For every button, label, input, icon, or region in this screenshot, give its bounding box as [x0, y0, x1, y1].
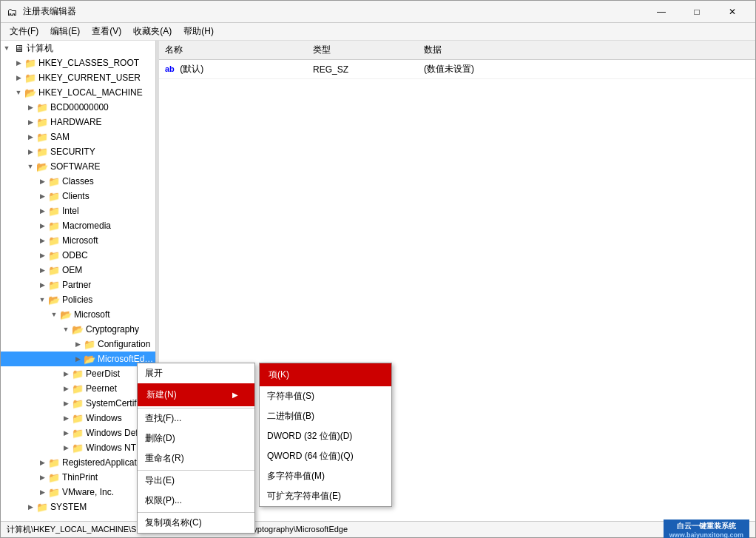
tree-item-windows[interactable]: ▶ 📁 Windows: [1, 411, 155, 426]
col-name[interactable]: 名称: [159, 41, 307, 60]
row-type: REG_SZ: [307, 60, 418, 79]
table-row[interactable]: ab (默认) REG_SZ (数值未设置): [159, 60, 755, 79]
submenu-key-label: 项(K): [269, 369, 289, 381]
tree-item-hardware[interactable]: ▶ 📁 HARDWARE: [1, 115, 155, 130]
tree-item-thinprint[interactable]: ▶ 📁 ThinPrint: [1, 470, 155, 485]
thinprint-label: ThinPrint: [62, 472, 98, 482]
menu-edit[interactable]: 编辑(E): [44, 23, 86, 40]
submenu-expandstring[interactable]: 可扩充字符串值(E): [260, 486, 391, 506]
microsoft-pol-toggle: ▼: [48, 311, 60, 318]
tree-item-macromedia[interactable]: ▶ 📁 Macromedia: [1, 218, 155, 233]
ctx-copy-label: 复制项名称(C): [145, 517, 202, 529]
tree-item-peerdist[interactable]: ▶ 📁 PeerDist: [1, 366, 155, 381]
ctx-expand-label: 展开: [145, 367, 163, 380]
folder-icon-systemcert: 📁: [72, 398, 84, 408]
ctx-export[interactable]: 导出(E): [138, 470, 254, 491]
folder-icon-peernet: 📁: [72, 383, 84, 394]
tree-item-windowsdefer[interactable]: ▶ 📁 Windows Defer...: [1, 426, 155, 440]
tree-item-system[interactable]: ▶ 📁 SYSTEM: [1, 500, 155, 514]
minimize-button[interactable]: —: [644, 1, 678, 23]
ctx-permissions[interactable]: 权限(P)...: [138, 491, 254, 511]
ctx-copy[interactable]: 复制项名称(C): [138, 512, 254, 533]
macromedia-toggle: ▶: [36, 222, 48, 229]
tree-item-microsoft-pol[interactable]: ▼ 📂 Microsoft: [1, 307, 155, 322]
tree-item-policies[interactable]: ▼ 📂 Policies: [1, 292, 155, 307]
configuration-toggle: ▶: [72, 340, 84, 348]
ctx-rename[interactable]: 重命名(R): [138, 448, 254, 468]
submenu-arrow: ▶: [232, 391, 238, 399]
title-bar-buttons: — □ ✕: [644, 1, 749, 23]
tree-root-label: 计算机: [27, 42, 53, 55]
ctx-new[interactable]: 新建(N) ▶: [138, 383, 254, 406]
close-button[interactable]: ✕: [715, 1, 749, 23]
tree-item-hklm[interactable]: ▼ 📂 HKEY_LOCAL_MACHINE: [1, 85, 155, 100]
ctx-expand[interactable]: 展开: [138, 363, 254, 383]
hkcu-toggle: ▶: [13, 74, 24, 81]
app-icon: 🗂: [7, 6, 18, 18]
tree-item-windowsnt[interactable]: ▶ 📁 Windows NT: [1, 440, 155, 455]
folder-icon-oem: 📁: [48, 265, 60, 275]
tree-root[interactable]: ▼ 🖥 计算机: [1, 41, 155, 56]
values-table: 名称 类型 数据 ab (默认) REG_SZ (数值未设置): [159, 41, 755, 79]
menu-file[interactable]: 文件(F): [4, 23, 44, 40]
tree-item-hkcr[interactable]: ▶ 📁 HKEY_CLASSES_ROOT: [1, 56, 155, 70]
windowsnt-toggle: ▶: [60, 444, 72, 451]
software-label: SOFTWARE: [50, 161, 101, 172]
col-data[interactable]: 数据: [418, 41, 755, 60]
col-type[interactable]: 类型: [307, 41, 418, 60]
folder-icon-thinprint: 📁: [48, 472, 60, 482]
system-toggle: ▶: [24, 503, 36, 511]
hardware-toggle: ▶: [24, 118, 36, 126]
tree-item-odbc[interactable]: ▶ 📁 ODBC: [1, 248, 155, 263]
tree-item-oem[interactable]: ▶ 📁 OEM: [1, 263, 155, 278]
tree-item-systemcert[interactable]: ▶ 📁 SystemCertifica...: [1, 396, 155, 411]
tree-item-cryptography[interactable]: ▼ 📂 Cryptography: [1, 322, 155, 337]
folder-icon-classes: 📁: [48, 176, 60, 186]
tree-item-software[interactable]: ▼ 📂 SOFTWARE: [1, 159, 155, 174]
submenu-dword[interactable]: DWORD (32 位值)(D): [260, 426, 391, 446]
policies-toggle: ▼: [36, 296, 48, 303]
tree-item-bcd[interactable]: ▶ 📁 BCD00000000: [1, 100, 155, 115]
peernet-label: Peernet: [86, 383, 117, 394]
submenu-key[interactable]: 项(K): [260, 363, 391, 386]
odbc-toggle: ▶: [36, 252, 48, 259]
tree-item-regapps[interactable]: ▶ 📁 RegisteredApplication: [1, 455, 155, 470]
tree-item-peernet[interactable]: ▶ 📁 Peernet: [1, 381, 155, 396]
folder-icon-software: 📂: [36, 161, 48, 172]
submenu-binary[interactable]: 二进制值(B): [260, 406, 391, 426]
tree-item-microsoft-sw[interactable]: ▶ 📁 Microsoft: [1, 233, 155, 248]
tree-item-intel[interactable]: ▶ 📁 Intel: [1, 204, 155, 218]
submenu-binary-label: 二进制值(B): [267, 410, 314, 423]
folder-icon-security: 📁: [36, 147, 48, 157]
clients-label: Clients: [62, 191, 90, 201]
menu-view[interactable]: 查看(V): [86, 23, 127, 40]
submenu-qword[interactable]: QWORD (64 位值)(Q): [260, 446, 391, 466]
ab-icon: ab: [165, 64, 175, 73]
thinprint-toggle: ▶: [36, 474, 48, 481]
maximize-button[interactable]: □: [680, 1, 714, 23]
tree-item-microsoftedge[interactable]: ▶ 📂 MicrosoftEdge: [1, 352, 155, 366]
hklm-label: HKEY_LOCAL_MACHINE: [38, 87, 143, 98]
hardware-label: HARDWARE: [50, 117, 102, 127]
tree-item-security[interactable]: ▶ 📁 SECURITY: [1, 144, 155, 159]
registry-tree[interactable]: ▼ 🖥 计算机 ▶ 📁 HKEY_CLASSES_ROOT ▶ 📁 HKEY_C…: [1, 41, 156, 521]
tree-item-clients[interactable]: ▶ 📁 Clients: [1, 189, 155, 204]
vmware-label: VMware, Inc.: [62, 487, 114, 497]
ctx-delete[interactable]: 删除(D): [138, 428, 254, 448]
submenu-string[interactable]: 字符串值(S): [260, 386, 391, 406]
tree-item-classes[interactable]: ▶ 📁 Classes: [1, 174, 155, 189]
tree-item-partner[interactable]: ▶ 📁 Partner: [1, 278, 155, 292]
tree-item-vmware[interactable]: ▶ 📁 VMware, Inc.: [1, 485, 155, 500]
title-text: 注册表编辑器: [23, 5, 644, 18]
peerdist-label: PeerDist: [86, 369, 120, 379]
menu-favorites[interactable]: 收藏夹(A): [127, 23, 178, 40]
tree-item-sam[interactable]: ▶ 📁 SAM: [1, 130, 155, 144]
submenu-string-label: 字符串值(S): [267, 390, 314, 403]
tree-item-hkcu[interactable]: ▶ 📁 HKEY_CURRENT_USER: [1, 70, 155, 85]
submenu-multistring[interactable]: 多字符串值(M): [260, 466, 391, 486]
menu-help[interactable]: 帮助(H): [178, 23, 220, 40]
folder-icon-sam: 📁: [36, 132, 48, 142]
windowsnt-label: Windows NT: [86, 443, 136, 453]
tree-item-configuration[interactable]: ▶ 📁 Configuration: [1, 337, 155, 352]
ctx-find[interactable]: 查找(F)...: [138, 408, 254, 428]
